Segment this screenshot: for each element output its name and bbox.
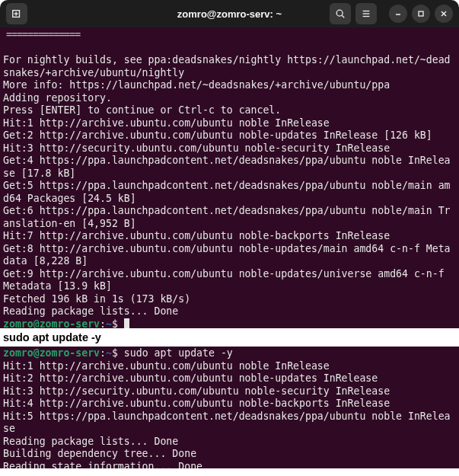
- svg-point-3: [336, 10, 343, 16]
- prompt-dollar: $: [112, 318, 124, 329]
- terminal-pane-top[interactable]: ============== For nightly builds, see p…: [0, 27, 459, 328]
- prompt-sep: :: [100, 318, 106, 329]
- prompt-path: ~: [106, 318, 112, 329]
- svg-line-4: [342, 15, 344, 18]
- command-heading-bar: sudo apt update -y: [0, 328, 459, 347]
- output-line: Get:6 https://ppa.launchpadcontent.net/d…: [3, 205, 451, 229]
- output-line: Press [ENTER] to continue or Ctrl-c to c…: [3, 104, 281, 116]
- entered-command: sudo apt update -y: [124, 347, 233, 359]
- output-line: Building dependency tree... Done: [3, 448, 196, 459]
- output-line: Adding repository.: [3, 92, 112, 104]
- cursor: [124, 318, 129, 329]
- prompt-path: ~: [106, 347, 112, 359]
- window-titlebar: zomro@zomro-serv: ~: [0, 0, 459, 27]
- prompt-dollar: $: [112, 347, 124, 359]
- new-tab-button[interactable]: [6, 3, 27, 24]
- prompt-user-host: zomro@zomro-serv: [3, 318, 100, 329]
- output-line: Reading package lists... Done: [3, 305, 178, 317]
- maximize-icon: [417, 10, 425, 18]
- output-line: Hit:7 http://archive.ubuntu.com/ubuntu n…: [3, 230, 390, 241]
- output-line: Get:8 http://archive.ubuntu.com/ubuntu n…: [3, 243, 451, 267]
- output-line: Get:4 https://ppa.launchpadcontent.net/d…: [3, 155, 451, 179]
- prompt-user-host: zomro@zomro-serv: [3, 347, 100, 359]
- output-line: Hit:4 http://archive.ubuntu.com/ubuntu n…: [3, 398, 390, 409]
- close-icon: [440, 10, 448, 18]
- output-line: For nightly builds, see ppa:deadsnakes/n…: [3, 54, 451, 78]
- prompt-sep: :: [100, 347, 106, 359]
- output-line: Get:2 http://archive.ubuntu.com/ubuntu n…: [3, 129, 432, 141]
- output-line: More info: https://launchpad.net/~deadsn…: [3, 79, 390, 91]
- output-line: Reading state information... Done: [3, 461, 202, 469]
- output-line: Reading package lists... Done: [3, 436, 178, 447]
- terminal-pane-bottom[interactable]: zomro@zomro-serv:~$ sudo apt update -y H…: [0, 347, 459, 468]
- minimize-button[interactable]: [389, 5, 407, 23]
- output-line: Hit:2 http://archive.ubuntu.com/ubuntu n…: [3, 372, 378, 384]
- minimize-icon: [394, 10, 402, 18]
- search-icon: [335, 8, 346, 19]
- output-line: Fetched 196 kB in 1s (173 kB/s): [3, 293, 190, 305]
- maximize-button[interactable]: [412, 5, 430, 23]
- close-button[interactable]: [435, 5, 453, 23]
- divider-line: ==============: [6, 29, 80, 40]
- search-button[interactable]: [330, 3, 351, 24]
- menu-button[interactable]: [355, 3, 377, 24]
- output-line: Get:5 https://ppa.launchpadcontent.net/d…: [3, 180, 451, 204]
- output-line: Get:9 http://archive.ubuntu.com/ubuntu n…: [3, 268, 451, 292]
- output-line: Hit:1 http://archive.ubuntu.com/ubuntu n…: [3, 360, 330, 372]
- command-heading-text: sudo apt update -y: [3, 331, 101, 343]
- output-line: Hit:3 http://security.ubuntu.com/ubuntu …: [3, 142, 390, 154]
- output-line: Hit:1 http://archive.ubuntu.com/ubuntu n…: [3, 117, 330, 129]
- hamburger-icon: [361, 8, 371, 19]
- new-tab-icon: [11, 8, 22, 19]
- output-line: Hit:3 http://security.ubuntu.com/ubuntu …: [3, 385, 390, 397]
- svg-rect-9: [419, 11, 423, 16]
- output-line: Hit:5 https://ppa.launchpadcontent.net/d…: [3, 411, 451, 435]
